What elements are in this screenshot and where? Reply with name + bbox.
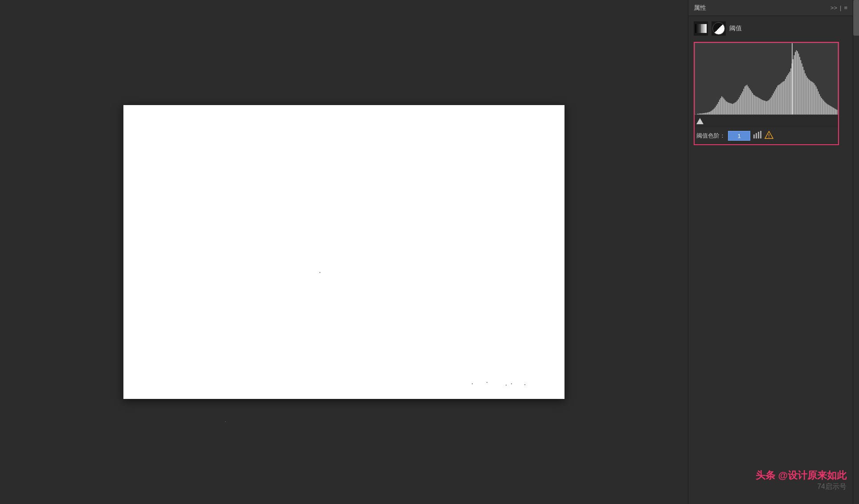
svg-rect-23 [717,104,718,114]
svg-rect-50 [747,85,748,114]
svg-rect-45 [741,93,742,114]
value-row: 阈值色阶： [695,127,838,144]
svg-rect-12 [705,113,706,114]
svg-rect-30 [724,100,725,114]
svg-rect-120 [823,101,824,114]
svg-rect-126 [830,106,831,114]
svg-rect-9 [702,114,703,114]
svg-rect-90 [790,69,791,114]
svg-rect-15 [708,112,709,114]
svg-rect-124 [828,105,829,114]
svg-rect-100 [802,64,802,114]
svg-rect-73 [772,95,773,114]
svg-rect-11 [704,113,705,114]
watermark-line1: 头条 @设计原来如此 [756,469,847,482]
chart-svg-icon [753,131,762,139]
svg-rect-87 [787,75,788,114]
svg-rect-66 [764,101,765,114]
svg-rect-116 [819,94,820,114]
svg-rect-34 [729,103,730,114]
value-label: 阈值色阶： [696,132,725,140]
svg-rect-105 [807,77,808,114]
svg-rect-132 [837,110,838,114]
svg-rect-40 [736,102,736,114]
svg-rect-25 [719,100,720,114]
svg-rect-134 [753,134,755,138]
svg-rect-113 [816,86,817,114]
svg-rect-63 [761,99,762,114]
speck [487,382,487,383]
svg-rect-17 [710,111,711,114]
scrollbar-track[interactable] [853,0,859,504]
warning-svg-icon: ! [765,131,773,139]
panel-title: 属性 [694,4,706,12]
svg-rect-99 [800,60,801,114]
svg-rect-135 [756,133,757,138]
svg-rect-111 [814,83,814,114]
svg-rect-75 [774,91,775,114]
divider: | [840,4,841,11]
svg-rect-36 [731,104,732,114]
svg-rect-14 [707,113,708,114]
threshold-value-input[interactable] [728,131,750,141]
threshold-icon-row: 阈值 [694,21,847,36]
slider-area[interactable] [695,115,838,127]
svg-rect-137 [760,131,761,138]
svg-rect-130 [834,109,835,114]
svg-rect-71 [769,99,770,114]
svg-rect-4 [696,114,697,114]
svg-rect-47 [743,89,744,114]
svg-rect-58 [755,96,756,114]
svg-rect-108 [810,81,811,114]
svg-rect-20 [714,109,715,114]
svg-rect-69 [767,101,768,114]
menu-icon[interactable]: ≡ [844,4,847,11]
properties-panel: 属性 >> | ≡ [688,0,853,504]
right-sidebar: 属性 >> | ≡ [688,0,859,504]
svg-rect-16 [709,112,710,114]
svg-rect-112 [814,85,815,114]
threshold-gradient-icon-box[interactable] [694,21,708,36]
svg-rect-5 [697,114,698,114]
svg-rect-24 [718,102,719,114]
svg-rect-44 [740,95,741,114]
svg-rect-76 [775,89,776,114]
svg-rect-110 [812,82,813,114]
speck [472,383,473,384]
svg-rect-79 [778,85,779,114]
speck [511,383,512,384]
svg-rect-72 [771,98,772,114]
svg-rect-122 [826,103,826,114]
threshold-circle-icon-box[interactable] [712,21,726,36]
svg-rect-22 [716,106,717,114]
histogram-container [695,43,838,115]
scrollbar-thumb[interactable] [853,0,859,36]
svg-rect-13 [706,113,707,114]
svg-text:!: ! [768,134,769,138]
svg-rect-51 [748,86,749,114]
svg-rect-88 [788,73,789,114]
svg-rect-129 [833,108,834,114]
panel-header: 属性 >> | ≡ [688,0,853,16]
svg-rect-41 [737,101,738,114]
chart-icon[interactable] [753,131,762,141]
svg-rect-94 [795,52,796,114]
threshold-gradient-icon [695,24,707,33]
svg-rect-82 [781,82,782,114]
speck [225,421,226,422]
warning-icon[interactable]: ! [765,131,773,141]
svg-rect-127 [831,106,832,114]
threshold-highlight-box: 阈值色阶： [694,42,839,145]
svg-rect-68 [766,101,767,114]
svg-rect-6 [698,114,699,114]
threshold-slider-handle[interactable] [696,118,704,124]
speck [319,272,320,273]
panel-content: 阈值 [688,16,853,504]
svg-rect-39 [735,102,736,114]
expand-icon[interactable]: >> [830,4,837,11]
svg-rect-81 [781,83,781,114]
svg-rect-60 [757,98,758,114]
svg-rect-61 [759,98,760,114]
svg-rect-62 [760,99,761,114]
svg-rect-64 [762,100,763,114]
